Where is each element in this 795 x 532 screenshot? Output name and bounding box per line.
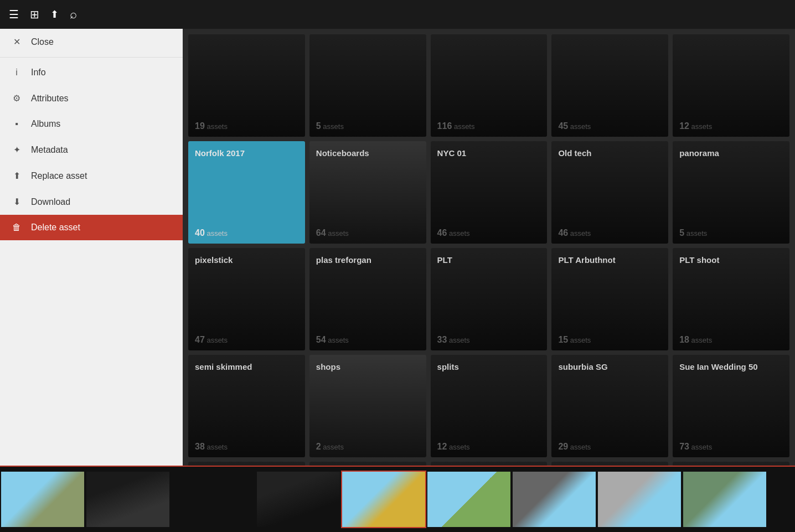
album-card[interactable]: Sue Ian Wedding 5073 assets (673, 355, 789, 457)
card-overlay (309, 462, 426, 466)
card-overlay (551, 355, 668, 457)
sidebar-item-download[interactable]: ⬇Download (0, 189, 183, 215)
album-card[interactable]: PLT Arbuthnot15 assets (551, 248, 668, 350)
card-overlay (431, 355, 548, 457)
info-icon: i (11, 68, 22, 78)
filmstrip-thumbnail (1, 472, 84, 527)
album-card[interactable]: suburbia SG29 assets (551, 355, 668, 457)
filmstrip-thumbnail (427, 472, 510, 527)
filmstrip-item[interactable] (257, 472, 340, 527)
card-overlay (431, 34, 548, 137)
filmstrip-item[interactable] (1, 472, 84, 527)
download-icon: ⬇ (11, 197, 22, 207)
filmstrip-thumbnail (342, 472, 425, 527)
card-overlay (551, 34, 668, 137)
card-overlay (188, 141, 305, 244)
metadata-icon: ✦ (11, 144, 22, 155)
filmstrip-thumbnail (598, 472, 681, 527)
sidebar-item-replace-asset[interactable]: ⬆Replace asset (0, 163, 183, 189)
sidebar-label-attributes: Attributes (31, 94, 69, 104)
album-card[interactable]: Old tech46 assets (551, 141, 668, 244)
main-content: 19 assets5 assets116 assets45 assets12 a… (183, 29, 795, 466)
album-card[interactable]: train letchworthtrain letchworth (431, 462, 548, 466)
album-card[interactable]: 116 assets (431, 34, 548, 137)
sidebar: ✕CloseiInfo⚙Attributes▪Albums✦Metadata⬆R… (0, 29, 183, 466)
filmstrip (0, 466, 795, 532)
card-overlay (431, 248, 548, 350)
album-card[interactable]: vehiclesvehicles (673, 462, 789, 466)
album-card[interactable]: semi skimmed38 assets (188, 355, 305, 457)
album-card[interactable]: 5 assets (309, 34, 426, 137)
sidebar-item-close[interactable]: ✕Close (0, 29, 183, 55)
albums-icon: ▪ (11, 119, 22, 129)
card-overlay (673, 34, 789, 137)
album-card[interactable]: Norfolk 201740 assets (188, 141, 305, 244)
sidebar-item-info[interactable]: iInfo (0, 60, 183, 85)
album-card[interactable]: panorama5 assets (673, 141, 789, 244)
sidebar-item-albums[interactable]: ▪Albums (0, 111, 183, 137)
card-overlay (188, 462, 305, 466)
album-card[interactable]: plas treforgan54 assets (309, 248, 426, 350)
sidebar-label-metadata: Metadata (31, 145, 68, 155)
album-card[interactable]: train NYC totrain NYC to (551, 462, 668, 466)
card-overlay (309, 248, 426, 350)
album-card[interactable]: pixelstick47 assets (188, 248, 305, 350)
album-card[interactable]: 45 assets (551, 34, 668, 137)
sidebar-label-download: Download (31, 197, 70, 207)
card-overlay (188, 355, 305, 457)
album-card[interactable]: PLT shoot18 assets (673, 248, 789, 350)
card-overlay (673, 248, 789, 350)
card-overlay (673, 462, 789, 466)
filmstrip-thumbnail (513, 472, 596, 527)
card-overlay (551, 462, 668, 466)
filmstrip-item[interactable] (427, 472, 510, 527)
card-overlay (309, 355, 426, 457)
card-overlay (431, 141, 548, 244)
filmstrip-item[interactable] (513, 472, 596, 527)
album-card[interactable]: shops2 assets (309, 355, 426, 457)
album-card[interactable]: PLT33 assets (431, 248, 548, 350)
filmstrip-thumbnail (257, 472, 340, 527)
card-overlay (673, 141, 789, 244)
search-icon[interactable]: ⌕ (70, 7, 77, 22)
album-card[interactable]: 19 assets (188, 34, 305, 137)
filmstrip-item[interactable] (598, 472, 681, 527)
sidebar-label-close: Close (31, 37, 54, 47)
album-card[interactable]: NYC 0146 assets (431, 141, 548, 244)
sidebar-item-attributes[interactable]: ⚙Attributes (0, 85, 183, 111)
replace-asset-icon: ⬆ (11, 171, 22, 181)
delete-asset-icon: 🗑 (11, 223, 22, 233)
sidebar-item-metadata[interactable]: ✦Metadata (0, 137, 183, 163)
sidebar-item-delete-asset[interactable]: 🗑Delete asset (0, 215, 183, 240)
card-overlay (551, 248, 668, 350)
sidebar-label-delete-asset: Delete asset (31, 223, 80, 233)
filmstrip-item[interactable] (86, 472, 169, 527)
grid-icon[interactable]: ⊞ (30, 8, 39, 21)
close-icon: ✕ (11, 37, 22, 47)
filmstrip-thumbnail (683, 472, 766, 527)
card-overlay (188, 34, 305, 137)
album-card[interactable]: Noticeboards64 assets (309, 141, 426, 244)
card-overlay (551, 141, 668, 244)
topbar: ☰ ⊞ ⬆ ⌕ (0, 0, 795, 29)
album-grid: 19 assets5 assets116 assets45 assets12 a… (188, 34, 789, 466)
filmstrip-thumbnail (86, 472, 169, 527)
attributes-icon: ⚙ (11, 93, 22, 104)
filmstrip-item[interactable] (342, 472, 425, 527)
sidebar-label-replace-asset: Replace asset (31, 171, 87, 181)
album-card[interactable]: 12 assets (673, 34, 789, 137)
menu-icon[interactable]: ☰ (9, 8, 19, 21)
upload-icon[interactable]: ⬆ (50, 8, 59, 20)
album-card[interactable]: Text editorText editor (309, 462, 426, 466)
album-card[interactable]: splits12 assets (431, 355, 548, 457)
card-overlay (188, 248, 305, 350)
filmstrip-item[interactable] (172, 472, 255, 527)
card-overlay (309, 34, 426, 137)
card-overlay (431, 462, 548, 466)
card-overlay (673, 355, 789, 457)
card-overlay (309, 141, 426, 244)
filmstrip-item[interactable] (683, 472, 766, 527)
filmstrip-thumbnail (172, 472, 255, 527)
album-card[interactable]: Test albumTest album (188, 462, 305, 466)
sidebar-label-albums: Albums (31, 119, 60, 129)
